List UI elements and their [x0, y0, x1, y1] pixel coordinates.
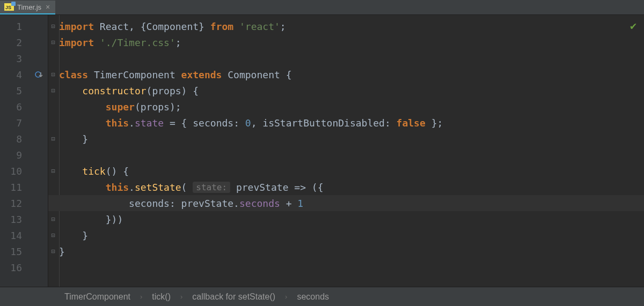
line-number[interactable]: 6: [0, 99, 48, 115]
breadcrumb-item[interactable]: callback for setState(): [192, 292, 275, 302]
line-number[interactable]: 4: [0, 66, 48, 83]
tab-filename: Timer.js: [17, 3, 41, 11]
line-number-gutter: 1 2 3 4 5 6 7 8 9 10 11 12 13 14 15 16: [0, 15, 48, 287]
line-number[interactable]: 13: [0, 211, 48, 227]
fold-close-icon[interactable]: ⊟: [49, 215, 57, 223]
editor-area: 1 2 3 4 5 6 7 8 9 10 11 12 13 14 15 16 ✔…: [0, 15, 644, 287]
overridden-icon[interactable]: [34, 69, 45, 80]
line-number[interactable]: 14: [0, 227, 48, 243]
editor-tab-timerjs[interactable]: JS Timer.js ×: [0, 1, 55, 14]
parameter-hint: state:: [193, 182, 230, 193]
line-number[interactable]: 11: [0, 179, 48, 195]
code-line[interactable]: ⊟ }: [48, 227, 644, 243]
code-line[interactable]: ⊟ constructor(props) {: [48, 83, 644, 99]
svg-point-0: [35, 72, 41, 77]
breadcrumb-separator-icon: ›: [140, 293, 142, 301]
fold-icon[interactable]: ⊟: [49, 39, 57, 46]
code-line[interactable]: this.state = { seconds: 0, isStartButton…: [48, 115, 644, 131]
tab-bar: JS Timer.js ×: [0, 0, 644, 15]
fold-close-icon[interactable]: ⊟: [49, 232, 57, 239]
code-editor[interactable]: ✔ ⊟import React, {Component} from 'react…: [48, 15, 644, 287]
breadcrumb-separator-icon: ›: [285, 293, 287, 301]
line-number[interactable]: 9: [0, 147, 48, 163]
code-line[interactable]: this.setState( state: prevState => ({: [48, 179, 644, 195]
fold-icon[interactable]: ⊟: [49, 87, 57, 94]
code-line[interactable]: ⊟ })): [48, 211, 644, 227]
code-line[interactable]: super(props);: [48, 99, 644, 115]
line-number[interactable]: 7: [0, 115, 48, 131]
code-line[interactable]: ⊟ tick() {: [48, 163, 644, 179]
line-number[interactable]: 10: [0, 163, 48, 179]
breadcrumb-item[interactable]: TimerComponent: [64, 292, 130, 302]
line-number[interactable]: 8: [0, 131, 48, 147]
code-line[interactable]: ⊟}: [48, 243, 644, 259]
code-line[interactable]: [48, 50, 644, 66]
breadcrumb-item[interactable]: tick(): [152, 292, 171, 302]
code-line[interactable]: ⊟class TimerComponent extends Component …: [48, 66, 644, 83]
fold-close-icon[interactable]: ⊟: [49, 248, 57, 255]
line-number[interactable]: 1: [0, 18, 48, 34]
breadcrumb-item[interactable]: seconds: [297, 292, 329, 302]
js-file-icon: JS: [4, 3, 14, 11]
breadcrumb-bar: TimerComponent › tick() › callback for s…: [0, 287, 644, 306]
line-number[interactable]: 12: [0, 195, 48, 211]
code-line[interactable]: ⊟import React, {Component} from 'react';: [48, 18, 644, 34]
code-line-current[interactable]: seconds: prevState.seconds + 1: [48, 195, 644, 211]
line-number[interactable]: 2: [0, 34, 48, 50]
line-number[interactable]: 5: [0, 83, 48, 99]
code-line[interactable]: ⊟import './Timer.css';: [48, 34, 644, 50]
breadcrumb-separator-icon: ›: [180, 293, 182, 301]
close-tab-button[interactable]: ×: [45, 3, 51, 11]
fold-icon[interactable]: ⊟: [49, 71, 57, 78]
code-line[interactable]: [48, 147, 644, 163]
code-line[interactable]: ⊟ }: [48, 131, 644, 147]
fold-icon[interactable]: ⊟: [49, 167, 57, 175]
fold-close-icon[interactable]: ⊟: [49, 135, 57, 143]
line-number[interactable]: 15: [0, 243, 48, 259]
line-number[interactable]: 16: [0, 259, 48, 275]
line-number[interactable]: 3: [0, 50, 48, 66]
code-line[interactable]: [48, 259, 644, 275]
fold-icon[interactable]: ⊟: [49, 23, 57, 30]
